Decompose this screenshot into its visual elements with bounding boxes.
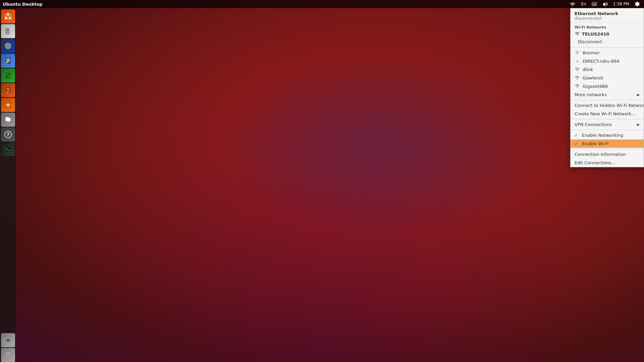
dock-icon-home[interactable] bbox=[1, 9, 15, 23]
separator-2 bbox=[571, 100, 644, 100]
network-boomer[interactable]: Boomer bbox=[571, 49, 644, 57]
network-dlink-label: dlink bbox=[583, 67, 593, 72]
svg-rect-25 bbox=[9, 76, 10, 77]
separator-5 bbox=[571, 149, 644, 149]
separator-3 bbox=[571, 119, 644, 119]
svg-point-47 bbox=[577, 53, 578, 54]
svg-point-7 bbox=[7, 13, 9, 15]
svg-rect-10 bbox=[6, 31, 10, 32]
enable-wifi-check: ✓ bbox=[575, 141, 579, 146]
enable-networking[interactable]: ✓ Enable Networking bbox=[571, 131, 644, 139]
network-dlink[interactable]: dlink bbox=[571, 65, 644, 74]
language-label: En bbox=[581, 2, 586, 6]
keyboard-indicator[interactable] bbox=[590, 0, 598, 8]
svg-rect-16 bbox=[6, 59, 10, 59]
more-networks-arrow: ▶ bbox=[637, 93, 640, 97]
enable-wifi-label: Enable Wi-Fi bbox=[582, 141, 608, 146]
dock-icon-optical[interactable] bbox=[1, 333, 15, 347]
ethernet-section: Ethernet Network disconnected bbox=[571, 8, 644, 22]
network-gawlenet-label: Gawlenet bbox=[583, 75, 603, 80]
svg-rect-35 bbox=[5, 146, 11, 152]
svg-point-0 bbox=[572, 5, 573, 6]
network-direct-roku-label: DIRECT-roku-894 bbox=[583, 59, 620, 64]
wifi-icon-gawlenet bbox=[575, 75, 580, 80]
more-networks[interactable]: More networks ▶ bbox=[571, 90, 644, 99]
svg-rect-11 bbox=[6, 32, 10, 33]
svg-rect-24 bbox=[6, 73, 7, 74]
svg-rect-2 bbox=[593, 3, 593, 4]
ethernet-status: disconnected bbox=[575, 16, 640, 21]
network-gawlenet[interactable]: Gawlenet bbox=[571, 74, 644, 82]
svg-point-40 bbox=[8, 340, 8, 341]
panel-title: Ubuntu Desktop bbox=[3, 2, 43, 7]
svg-text:?: ? bbox=[7, 132, 9, 137]
panel-left: Ubuntu Desktop bbox=[0, 2, 43, 7]
dock-icon-settings[interactable] bbox=[1, 113, 15, 127]
wifi-icon-direct bbox=[575, 59, 580, 64]
dock-icon-terminal[interactable] bbox=[1, 142, 15, 156]
svg-rect-1 bbox=[592, 2, 597, 6]
network-direct-roku[interactable]: DIRECT-roku-894 bbox=[571, 57, 644, 65]
dock-icon-firefox[interactable] bbox=[1, 39, 15, 53]
panel-right: En 1: bbox=[568, 0, 644, 8]
svg-point-48 bbox=[577, 62, 578, 63]
network-menu: Ethernet Network disconnected Wi-Fi Netw… bbox=[570, 8, 644, 167]
disconnect-button[interactable]: Disconnect bbox=[571, 38, 644, 46]
vpn-connections[interactable]: VPN Connections ▶ bbox=[571, 120, 644, 129]
svg-point-50 bbox=[577, 78, 578, 79]
ethernet-title: Ethernet Network bbox=[575, 11, 640, 16]
svg-rect-5 bbox=[593, 4, 596, 5]
dock-icon-calc[interactable] bbox=[1, 68, 15, 82]
svg-rect-12 bbox=[6, 33, 9, 34]
wifi-indicator[interactable] bbox=[568, 0, 577, 8]
svg-point-51 bbox=[577, 87, 578, 88]
connection-information[interactable]: Connection Information bbox=[571, 150, 644, 159]
system-indicator[interactable] bbox=[633, 0, 641, 8]
dock-icon-help[interactable]: ? bbox=[1, 127, 15, 141]
wifi-connected-icon bbox=[575, 32, 580, 37]
clock-label: 1:38 PM bbox=[613, 2, 629, 6]
connection-info-label: Connection Information bbox=[575, 152, 626, 157]
dock-icon-impress[interactable] bbox=[1, 83, 15, 97]
network-gigaset[interactable]: Gigaset4B6 bbox=[571, 82, 644, 90]
connected-network-name: TELUS2410 bbox=[582, 32, 609, 37]
wifi-section-header: Wi-Fi Networks bbox=[571, 22, 644, 30]
enable-networking-label: Enable Networking bbox=[582, 133, 623, 138]
wifi-icon-dlink bbox=[575, 67, 580, 72]
dock-icon-trash[interactable] bbox=[1, 348, 15, 362]
wifi-icon-boomer bbox=[575, 50, 580, 55]
dock-icon-software[interactable] bbox=[1, 98, 15, 112]
top-panel: Ubuntu Desktop En bbox=[0, 0, 644, 8]
more-networks-label: More networks bbox=[575, 92, 607, 97]
connect-hidden-label: Connect to Hidden Wi-Fi Network... bbox=[575, 103, 644, 108]
network-boomer-label: Boomer bbox=[583, 50, 600, 55]
svg-rect-31 bbox=[6, 93, 9, 93]
svg-rect-30 bbox=[6, 92, 10, 92]
volume-indicator[interactable] bbox=[601, 0, 609, 8]
desktop-overlay bbox=[0, 0, 644, 362]
sidebar: ? bbox=[0, 8, 16, 362]
connected-network: TELUS2410 bbox=[571, 30, 644, 38]
separator-4 bbox=[571, 130, 644, 130]
enable-wifi[interactable]: ✓ Enable Wi-Fi bbox=[571, 139, 644, 148]
dock-icon-writer[interactable] bbox=[1, 54, 15, 68]
svg-rect-3 bbox=[594, 3, 595, 4]
language-indicator[interactable]: En bbox=[580, 0, 587, 8]
edit-connections[interactable]: Edit Connections... bbox=[571, 159, 644, 167]
connect-hidden-wifi[interactable]: Connect to Hidden Wi-Fi Network... bbox=[571, 101, 644, 110]
create-new-wifi[interactable]: Create New Wi-Fi Network... bbox=[571, 110, 644, 118]
create-new-label: Create New Wi-Fi Network... bbox=[575, 111, 636, 116]
desktop: Ubuntu Desktop En bbox=[0, 0, 644, 362]
svg-rect-4 bbox=[595, 3, 596, 4]
network-gigaset-label: Gigaset4B6 bbox=[583, 84, 608, 89]
svg-point-9 bbox=[9, 17, 11, 19]
vpn-label: VPN Connections bbox=[575, 122, 612, 127]
wifi-icon-gigaset bbox=[575, 84, 580, 89]
separator-1 bbox=[571, 47, 644, 48]
time-indicator[interactable]: 1:38 PM bbox=[612, 0, 631, 8]
dock-icon-files[interactable] bbox=[1, 24, 15, 38]
vpn-arrow: ▶ bbox=[637, 123, 640, 126]
disconnect-label: Disconnect bbox=[578, 39, 602, 44]
svg-point-49 bbox=[577, 70, 578, 71]
enable-networking-check: ✓ bbox=[575, 133, 579, 138]
